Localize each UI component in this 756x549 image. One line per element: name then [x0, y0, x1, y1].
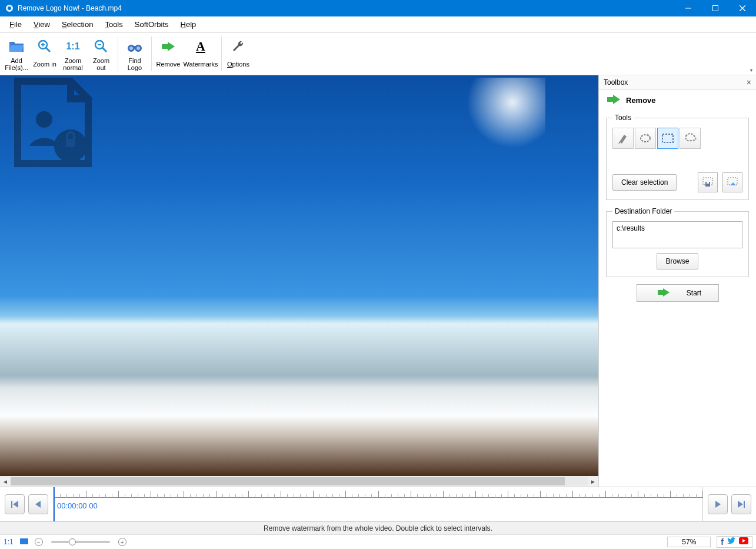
arrow-right-icon: [657, 288, 670, 299]
toolbar-zoom-in[interactable]: Zoom in: [31, 34, 59, 74]
maximize-button[interactable]: [702, 0, 729, 16]
svg-point-16: [129, 46, 133, 50]
start-button[interactable]: Start: [637, 284, 719, 302]
next-frame-button[interactable]: [708, 494, 728, 514]
status-bar: 1:1 − + 57% f: [0, 535, 756, 549]
zoom-slider[interactable]: [51, 541, 110, 543]
zoom-in-icon: [37, 36, 52, 56]
clear-selection-button[interactable]: Clear selection: [612, 174, 677, 191]
timeline: 00:00:00 00: [0, 487, 756, 522]
svg-rect-3: [713, 6, 718, 11]
zoom-plus-button[interactable]: +: [118, 538, 126, 546]
svg-rect-29: [20, 538, 28, 544]
window-title: Remove Logo Now! - Beach.mp4: [18, 4, 122, 12]
scroll-right-icon[interactable]: ►: [588, 476, 598, 487]
toolbar: Add File(s)... Zoom in 1:1 Zoom normal Z…: [0, 33, 756, 75]
arrow-right-icon: [161, 36, 176, 56]
scrollbar-thumb[interactable]: [11, 477, 565, 485]
toolbox-close-icon[interactable]: ×: [747, 78, 751, 87]
menu-selection[interactable]: Selection: [57, 18, 98, 31]
svg-line-11: [102, 48, 106, 52]
timeline-ruler[interactable]: 00:00:00 00: [53, 487, 703, 521]
hint-bar: Remove watermark from the whole video. D…: [0, 522, 756, 535]
tool-lasso-select[interactable]: [680, 128, 701, 149]
zoom-slider-knob[interactable]: [69, 538, 76, 545]
zoom-ratio-label[interactable]: 1:1: [4, 538, 14, 546]
svg-point-1: [8, 6, 11, 10]
toolbar-remove[interactable]: Remove: [154, 34, 182, 74]
save-selection-button[interactable]: [698, 172, 718, 192]
minimize-button[interactable]: [675, 0, 702, 16]
toolbar-zoom-out[interactable]: Zoom out: [87, 34, 115, 74]
close-button[interactable]: [729, 0, 756, 16]
destination-fieldset: Destination Folder c:\results Browse: [606, 207, 749, 277]
horizontal-scrollbar[interactable]: ◄ ►: [0, 476, 598, 487]
fit-screen-icon[interactable]: [19, 538, 29, 547]
tool-freeform-select[interactable]: [635, 128, 656, 149]
menu-view[interactable]: View: [29, 18, 55, 31]
title-bar: Remove Logo Now! - Beach.mp4: [0, 0, 756, 16]
toolbar-zoom-normal[interactable]: 1:1 Zoom normal: [59, 34, 87, 74]
menu-file[interactable]: File: [5, 18, 26, 31]
tools-fieldset: Tools Clear selection: [606, 114, 749, 200]
video-preview[interactable]: [0, 75, 598, 476]
menu-tools[interactable]: Tools: [100, 18, 127, 31]
load-selection-button[interactable]: [722, 172, 742, 192]
skip-start-button[interactable]: [5, 494, 25, 514]
wrench-icon: [231, 36, 245, 56]
playhead[interactable]: [54, 487, 55, 521]
folder-open-icon: [8, 36, 25, 56]
destination-path[interactable]: c:\results: [612, 221, 742, 248]
timecode: 00:00:00 00: [57, 501, 98, 510]
svg-line-4: [740, 5, 745, 11]
binoculars-icon: [126, 36, 143, 56]
zoom-out-icon: [94, 36, 109, 56]
arrow-right-icon: [606, 94, 621, 107]
prev-frame-button[interactable]: [28, 494, 48, 514]
facebook-icon[interactable]: f: [721, 537, 724, 547]
svg-point-17: [136, 46, 140, 50]
toolbar-add-files[interactable]: Add File(s)...: [2, 34, 31, 74]
svg-rect-25: [707, 182, 709, 184]
tool-rectangle-select[interactable]: [657, 128, 678, 149]
svg-rect-22: [662, 134, 673, 142]
menu-bar: File View Selection Tools SoftOrbits Hel…: [0, 16, 756, 33]
svg-rect-27: [11, 501, 12, 508]
svg-rect-20: [66, 139, 75, 147]
zoom-normal-icon: 1:1: [66, 36, 79, 56]
toolbox-title: Toolbox: [604, 78, 628, 86]
svg-line-7: [46, 48, 50, 52]
scroll-left-icon[interactable]: ◄: [0, 476, 11, 487]
toolbar-find-logo[interactable]: Find Logo: [121, 34, 149, 74]
toolbox-panel: Toolbox × Remove Tools Clear selection: [598, 75, 756, 487]
skip-end-button[interactable]: [731, 494, 751, 514]
youtube-icon[interactable]: [739, 537, 748, 547]
browse-button[interactable]: Browse: [657, 253, 698, 269]
toolbar-watermarks[interactable]: A Watermarks: [182, 34, 219, 74]
zoom-minus-button[interactable]: −: [35, 538, 43, 546]
svg-rect-15: [132, 46, 137, 48]
menu-help[interactable]: Help: [176, 18, 201, 31]
toolbar-options[interactable]: Options: [224, 34, 252, 74]
tool-marker[interactable]: [612, 128, 634, 149]
text-a-icon: A: [196, 36, 205, 56]
toolbar-overflow[interactable]: ▾: [748, 66, 755, 74]
toolbox-section-title: Remove: [626, 96, 656, 105]
twitter-icon[interactable]: [727, 537, 735, 547]
app-icon: [5, 4, 14, 13]
svg-rect-28: [744, 501, 745, 508]
demo-watermark-icon: [0, 75, 106, 169]
svg-line-5: [740, 5, 745, 11]
progress-percent: 57%: [667, 537, 711, 547]
svg-point-18: [36, 111, 52, 128]
menu-softorbits[interactable]: SoftOrbits: [130, 18, 174, 31]
